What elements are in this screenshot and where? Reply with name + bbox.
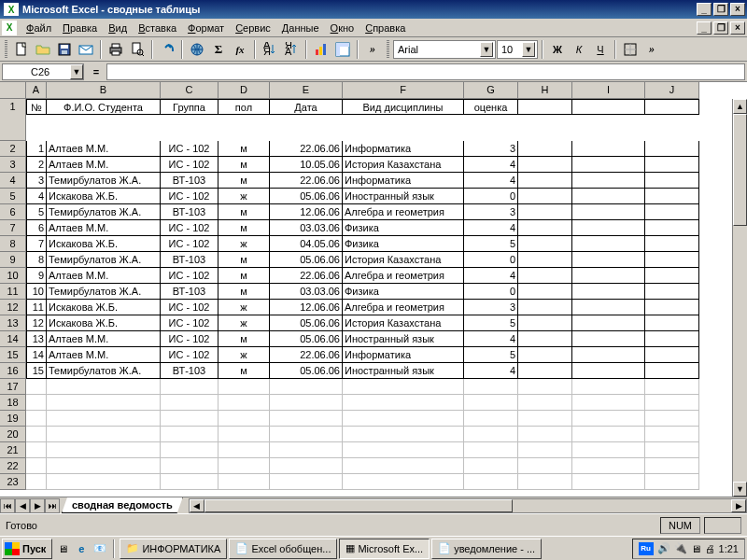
cell[interactable]: [270, 395, 343, 411]
cell[interactable]: 22.06.06: [270, 173, 343, 189]
cell[interactable]: [47, 458, 161, 474]
cell[interactable]: 4: [464, 268, 518, 284]
col-header-F[interactable]: F: [343, 82, 464, 99]
cell[interactable]: [645, 315, 699, 331]
cell[interactable]: ИС - 102: [161, 315, 218, 331]
cell[interactable]: [47, 442, 161, 458]
cell[interactable]: 03.03.06: [270, 220, 343, 236]
cell[interactable]: [572, 99, 645, 115]
start-button[interactable]: Пуск: [2, 539, 52, 559]
cell[interactable]: [572, 379, 645, 395]
cell[interactable]: История Казахстана: [343, 157, 464, 173]
cell[interactable]: ж: [218, 189, 270, 204]
cell[interactable]: 5: [464, 236, 518, 252]
chart-wizard-icon[interactable]: [311, 39, 331, 60]
cell[interactable]: [464, 379, 518, 395]
row-header-13[interactable]: 13: [0, 315, 26, 331]
cell[interactable]: Алтаев М.М.: [47, 220, 161, 236]
menu-Вид[interactable]: Вид: [103, 21, 133, 35]
cell[interactable]: 10: [26, 284, 47, 300]
cell[interactable]: [270, 411, 343, 427]
cell[interactable]: [343, 474, 464, 490]
chevron-down-icon[interactable]: ▼: [70, 64, 83, 79]
col-header-C[interactable]: C: [161, 82, 218, 99]
cell[interactable]: 0: [464, 284, 518, 300]
cell[interactable]: [518, 268, 572, 284]
cell[interactable]: 22.06.06: [270, 141, 343, 157]
vertical-scrollbar[interactable]: ▲ ▼: [732, 99, 747, 497]
cell[interactable]: [464, 427, 518, 442]
cell[interactable]: [270, 458, 343, 474]
cell[interactable]: Искакова Ж.Б.: [47, 315, 161, 331]
cell[interactable]: №: [26, 99, 47, 115]
task-уведомление - ...[interactable]: 📄уведомление - ...: [431, 539, 542, 559]
autosum-icon[interactable]: Σ: [208, 39, 229, 60]
cell[interactable]: [572, 411, 645, 427]
cell[interactable]: ВТ-103: [161, 204, 218, 220]
cell[interactable]: ВТ-103: [161, 284, 218, 300]
cell[interactable]: [270, 442, 343, 458]
cell[interactable]: [645, 331, 699, 347]
cell[interactable]: ИС - 102: [161, 331, 218, 347]
cell[interactable]: [572, 284, 645, 300]
cell[interactable]: [645, 363, 699, 379]
underline-button[interactable]: Ч: [590, 39, 611, 60]
tray-icon[interactable]: 🔌: [674, 542, 687, 554]
tray-clock[interactable]: 1:21: [719, 543, 739, 554]
sort-asc-icon[interactable]: АЯ: [260, 39, 280, 60]
cell[interactable]: [26, 379, 47, 395]
cell[interactable]: м: [218, 363, 270, 379]
cell[interactable]: [572, 220, 645, 236]
cell[interactable]: Искакова Ж.Б.: [47, 300, 161, 315]
cell[interactable]: 10.05.06: [270, 157, 343, 173]
cell[interactable]: [572, 347, 645, 363]
cell[interactable]: [343, 442, 464, 458]
cell[interactable]: 15: [26, 363, 47, 379]
font-size-select[interactable]: 10 ▼: [497, 40, 538, 59]
doc-close-button[interactable]: ×: [730, 21, 745, 35]
cell[interactable]: [218, 427, 270, 442]
cell[interactable]: [161, 442, 218, 458]
undo-icon[interactable]: [157, 39, 177, 60]
cell[interactable]: [518, 284, 572, 300]
cell[interactable]: [518, 458, 572, 474]
font-name-select[interactable]: Arial ▼: [393, 40, 496, 59]
cell[interactable]: 22.06.06: [270, 347, 343, 363]
cell[interactable]: 4: [464, 331, 518, 347]
cell[interactable]: [518, 300, 572, 315]
cell[interactable]: Искакова Ж.Б.: [47, 189, 161, 204]
cell[interactable]: [464, 442, 518, 458]
row-header-15[interactable]: 15: [0, 347, 26, 363]
toolbar-grip[interactable]: [5, 40, 7, 59]
cell[interactable]: [518, 442, 572, 458]
cell[interactable]: [645, 220, 699, 236]
cell[interactable]: 5: [464, 315, 518, 331]
cell[interactable]: [645, 189, 699, 204]
row-header-20[interactable]: 20: [0, 427, 26, 442]
cell[interactable]: [464, 395, 518, 411]
cell[interactable]: 05.06.06: [270, 189, 343, 204]
cell[interactable]: ж: [218, 300, 270, 315]
cell[interactable]: [161, 395, 218, 411]
cell[interactable]: [26, 427, 47, 442]
cell[interactable]: 12: [26, 315, 47, 331]
cell[interactable]: 04.05.06: [270, 236, 343, 252]
cell[interactable]: ж: [218, 347, 270, 363]
cell[interactable]: 6: [26, 220, 47, 236]
cell[interactable]: Информатика: [343, 173, 464, 189]
cell[interactable]: ВТ-103: [161, 173, 218, 189]
cell[interactable]: [26, 458, 47, 474]
cell[interactable]: Итоговая оценка: [464, 99, 518, 115]
col-header-B[interactable]: B: [47, 82, 161, 99]
cell[interactable]: [518, 379, 572, 395]
tab-nav-prev-icon[interactable]: ◀: [15, 498, 30, 513]
cell[interactable]: Алгебра и геометрия: [343, 268, 464, 284]
tray-icon[interactable]: 🔊: [657, 542, 670, 554]
cell[interactable]: [161, 458, 218, 474]
cell[interactable]: 4: [464, 173, 518, 189]
cell[interactable]: [26, 474, 47, 490]
cell[interactable]: 0: [464, 252, 518, 268]
cell[interactable]: [518, 236, 572, 252]
hscroll-thumb[interactable]: [204, 499, 513, 512]
print-icon[interactable]: [106, 39, 126, 60]
